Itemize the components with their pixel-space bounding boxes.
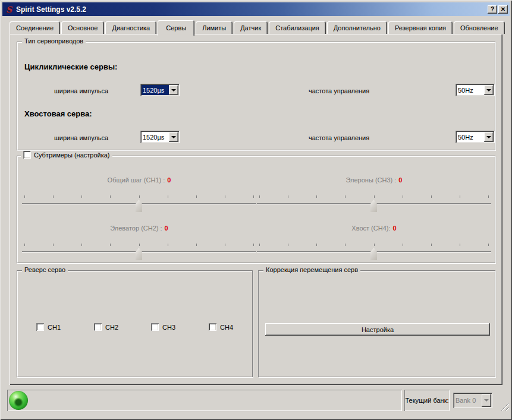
servo-type-group-title: Тип сервоприводов xyxy=(22,37,86,45)
tab-advanced[interactable]: Дополнительно xyxy=(327,21,387,34)
reverse-ch2-label: CH2 xyxy=(105,324,118,331)
chevron-down-icon[interactable] xyxy=(484,132,494,142)
help-button[interactable]: ? xyxy=(488,5,497,14)
title-bar[interactable]: S Spirit Settings v2.5.2 ? ✕ xyxy=(2,2,510,16)
tail-freq-value: 50Hz xyxy=(458,134,473,141)
travel-correction-group: Коррекция перемещения серв Настройка xyxy=(258,270,495,377)
reverse-ch1-checkbox[interactable] xyxy=(36,323,44,331)
connection-status-led xyxy=(9,391,28,410)
subtrim-ch4-label: Хвост (CH4):0 xyxy=(257,225,491,232)
tab-strip: Соединение Основное Диагностика Сервы Ли… xyxy=(10,20,506,34)
slider-thumb[interactable] xyxy=(370,248,377,260)
tail-pulse-width-label: ширина импульса xyxy=(54,134,108,141)
cyclic-servos-heading: Цикликлические сервы: xyxy=(24,62,117,71)
servo-reverse-group-title: Реверс серво xyxy=(22,266,68,273)
tail-pulse-width-value: 1520µs xyxy=(143,134,164,141)
reverse-ch3-checkbox[interactable] xyxy=(151,323,159,331)
travel-correction-group-title: Коррекция перемещения серв xyxy=(263,266,360,273)
subtrim-ch2-label: Элеватор (CH2) :0 xyxy=(22,225,256,232)
chevron-down-icon[interactable] xyxy=(484,85,494,95)
subtrim-ch2-value: 0 xyxy=(165,225,168,232)
subtrim-enable-checkbox[interactable] xyxy=(23,151,31,159)
current-bank-label: Текущий банк: xyxy=(405,397,448,404)
servo-reverse-group: Реверс серво CH1 CH2 CH3 CH4 xyxy=(17,270,253,377)
tab-update[interactable]: Обновление xyxy=(454,21,505,34)
tab-connection[interactable]: Соединение xyxy=(10,21,60,34)
subtrim-ch3-value: 0 xyxy=(398,176,402,184)
tab-main[interactable]: Основное xyxy=(61,21,104,34)
tab-limits[interactable]: Лимиты xyxy=(196,21,233,34)
cyclic-freq-select[interactable]: 50Hz xyxy=(456,84,495,96)
chevron-down-icon[interactable] xyxy=(169,132,178,142)
resize-grip-icon[interactable] xyxy=(500,401,509,410)
cyclic-pulse-width-select[interactable]: 1520µs xyxy=(140,84,180,96)
reverse-ch4-label: CH4 xyxy=(220,324,233,331)
reverse-ch1-label: CH1 xyxy=(48,324,61,331)
app-icon: S xyxy=(4,5,14,14)
subtrim-ch2-slider[interactable] xyxy=(22,244,256,263)
subtrim-ch1-slider[interactable] xyxy=(22,195,256,214)
servo-type-group: Тип сервоприводов Цикликлические сервы: … xyxy=(17,42,495,150)
bank-select: Bank 0 xyxy=(453,393,492,408)
subtrim-ch4-value: 0 xyxy=(393,225,397,232)
tab-backup[interactable]: Резервная копия xyxy=(388,21,453,34)
close-button[interactable]: ✕ xyxy=(498,5,508,14)
reverse-ch2-checkbox[interactable] xyxy=(94,323,102,331)
subtrim-group-title: Субтримеры (настройка) xyxy=(34,151,110,159)
tab-diagnostics[interactable]: Диагностика xyxy=(105,21,156,34)
tab-sensor[interactable]: Датчик xyxy=(234,21,268,34)
servos-tab-page: Тип сервоприводов Цикликлические сервы: … xyxy=(10,34,502,385)
status-panel xyxy=(7,390,402,411)
tail-freq-select[interactable]: 50Hz xyxy=(456,131,495,143)
subtrim-ch3-slider[interactable] xyxy=(257,195,491,214)
slider-thumb[interactable] xyxy=(370,200,377,212)
subtrim-ch1-value: 0 xyxy=(167,176,171,184)
chevron-down-icon xyxy=(482,394,491,407)
reverse-ch3-label: CH3 xyxy=(162,324,175,331)
slider-thumb[interactable] xyxy=(136,200,142,212)
subtrim-ch4-slider[interactable] xyxy=(257,244,491,263)
cyclic-freq-value: 50Hz xyxy=(458,87,473,94)
correction-settings-button[interactable]: Настройка xyxy=(265,323,490,336)
cyclic-freq-label: частота управления xyxy=(309,87,369,94)
current-bank-panel: Текущий банк: xyxy=(404,390,450,411)
tab-stabilization[interactable]: Стабилизация xyxy=(269,21,326,34)
subtrim-group: Субтримеры (настройка) Общий шаг (CH1) :… xyxy=(17,156,495,263)
window-title: Spirit Settings v2.5.2 xyxy=(16,5,486,14)
subtrim-ch1-label: Общий шаг (CH1) :0 xyxy=(22,176,256,184)
reverse-ch4-checkbox[interactable] xyxy=(209,323,216,331)
tail-servo-heading: Хвостовая серва: xyxy=(24,109,92,118)
bank-value: Bank 0 xyxy=(456,397,476,404)
app-window: S Spirit Settings v2.5.2 ? ✕ Соединение … xyxy=(0,0,512,420)
slider-thumb[interactable] xyxy=(136,248,142,260)
tail-pulse-width-select[interactable]: 1520µs xyxy=(140,131,180,143)
tab-servos[interactable]: Сервы xyxy=(158,20,194,36)
tail-freq-label: частота управления xyxy=(309,134,369,141)
cyclic-pulse-width-label: ширина импульса xyxy=(54,87,108,94)
subtrim-ch3-label: Элероны (CH3) :0 xyxy=(257,176,491,184)
chevron-down-icon[interactable] xyxy=(169,85,178,95)
cyclic-pulse-width-value: 1520µs xyxy=(143,87,164,94)
